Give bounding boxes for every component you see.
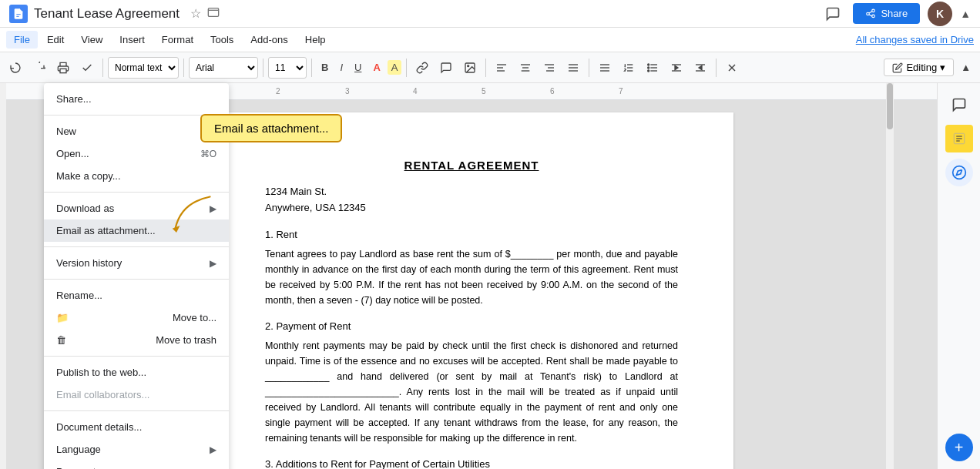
toolbar-separator-4 — [311, 59, 312, 77]
collapse-toolbar-button[interactable]: ▲ — [956, 59, 975, 76]
email-collaborators-label: Email collaborators... — [56, 389, 149, 400]
new-item-label: New — [56, 126, 76, 137]
section2-title: 2. Payment of Rent — [265, 320, 678, 332]
svg-rect-5 — [60, 69, 66, 72]
menu-file[interactable]: File — [6, 31, 38, 49]
bold-button[interactable]: B — [317, 59, 333, 76]
menu-tools[interactable]: Tools — [203, 31, 241, 49]
image-button[interactable] — [459, 59, 481, 77]
sidebar-add-button[interactable]: + — [945, 434, 973, 461]
svg-point-42 — [952, 166, 965, 179]
share-button[interactable]: Share — [853, 3, 920, 24]
undo-button[interactable] — [5, 59, 26, 77]
menu-bar: File Edit View Insert Format Tools Add-o… — [0, 28, 980, 52]
move-to-label: Move to... — [173, 312, 216, 323]
spell-check-button[interactable] — [76, 59, 98, 77]
menu-edit[interactable]: Edit — [39, 31, 72, 49]
move-trash-label: Move to trash — [156, 334, 216, 346]
doc-icon — [9, 5, 28, 23]
tooltip-arrow — [169, 191, 216, 237]
style-select[interactable]: Normal text — [108, 57, 179, 79]
menu-item-make-copy[interactable]: Make a copy... — [44, 165, 229, 187]
menu-separator-6 — [44, 410, 229, 411]
sidebar-note-icon[interactable] — [945, 125, 973, 152]
document-title: Tenant Lease Agreement — [34, 6, 180, 22]
comment-icon[interactable] — [821, 2, 845, 26]
svg-point-26 — [648, 64, 649, 65]
saved-status[interactable]: All changes saved in Drive — [856, 34, 974, 45]
toolbar-separator-2 — [183, 59, 184, 77]
menu-item-language[interactable]: Language ▶ — [44, 438, 229, 461]
menu-item-open[interactable]: Open... ⌘O — [44, 142, 229, 165]
text-color-button[interactable]: A — [368, 59, 384, 76]
menu-item-page-setup[interactable]: Page setup... — [44, 461, 229, 469]
sidebar-links-icon[interactable] — [945, 159, 973, 186]
print-button[interactable] — [52, 59, 74, 77]
menu-addons[interactable]: Add-ons — [243, 31, 295, 49]
download-as-label: Download as — [56, 203, 114, 214]
document-details-label: Document details... — [56, 421, 142, 433]
address-line2: Anywhere, USA 12345 — [265, 202, 366, 213]
align-left-button[interactable] — [491, 59, 512, 77]
scrollbar[interactable] — [886, 83, 894, 469]
menu-format[interactable]: Format — [154, 31, 201, 49]
open-shortcut: ⌘O — [200, 149, 216, 159]
menu-item-document-details[interactable]: Document details... — [44, 416, 229, 438]
align-justify-button[interactable] — [562, 59, 584, 77]
menu-insert[interactable]: Insert — [112, 31, 153, 49]
bullet-list-button[interactable] — [642, 59, 663, 77]
numbered-list-button[interactable] — [618, 59, 639, 77]
left-sidebar — [0, 83, 6, 469]
star-icon[interactable]: ☆ — [190, 6, 201, 21]
font-size-select[interactable]: 11 — [268, 57, 307, 79]
menu-item-move-trash[interactable]: 🗑 Move to trash — [44, 329, 229, 351]
menu-item-move-to[interactable]: 📁 Move to... — [44, 307, 229, 329]
menu-item-email-collaborators: Email collaborators... — [44, 384, 229, 406]
chevron-up-icon[interactable]: ▲ — [960, 8, 971, 20]
decrease-indent-button[interactable] — [666, 59, 687, 77]
svg-rect-2 — [208, 8, 218, 16]
svg-point-7 — [468, 65, 469, 66]
doc-address: 1234 Main St. Anywhere, USA 12345 — [265, 184, 678, 216]
email-attachment-label: Email as attachment... — [56, 225, 156, 236]
editing-mode-button[interactable]: Editing ▾ — [884, 59, 954, 76]
make-copy-label: Make a copy... — [56, 170, 121, 182]
section1-title: 1. Rent — [265, 229, 678, 240]
toolbar-separator-8 — [716, 59, 717, 77]
comment-inline-button[interactable] — [435, 59, 457, 77]
move-trash-icon: 🗑 — [56, 334, 66, 346]
highlight-button[interactable]: A — [388, 60, 402, 75]
share-label: Share — [881, 8, 908, 19]
open-item-label: Open... — [56, 148, 89, 159]
line-spacing-button[interactable] — [594, 59, 616, 77]
sidebar-comment-icon[interactable] — [945, 91, 973, 119]
section1-para: Tenant agrees to pay Landlord as base re… — [265, 246, 678, 308]
toolbar: Normal text Arial 11 B I U A A — [0, 52, 980, 83]
tooltip-text: Email as attachment... — [214, 122, 328, 135]
align-center-button[interactable] — [515, 59, 536, 77]
right-sidebar: + — [937, 83, 980, 469]
toolbar-separator-5 — [406, 59, 407, 77]
section2-para: Monthly rent payments may be paid by che… — [265, 338, 678, 446]
font-select[interactable]: Arial — [189, 57, 258, 79]
document-page: RENTAL AGREEMENT 1234 Main St. Anywhere,… — [210, 112, 733, 469]
menu-item-share[interactable]: Share... — [44, 88, 229, 110]
menu-item-version-history[interactable]: Version history ▶ — [44, 252, 229, 274]
increase-indent-button[interactable] — [690, 59, 711, 77]
address-line1: 1234 Main St. — [265, 186, 327, 197]
align-right-button[interactable] — [539, 59, 560, 77]
redo-button[interactable] — [29, 59, 50, 77]
folder-icon[interactable] — [207, 6, 220, 22]
italic-button[interactable]: I — [335, 59, 347, 76]
move-to-icon: 📁 — [56, 312, 69, 323]
menu-view[interactable]: View — [73, 31, 110, 49]
menu-item-rename[interactable]: Rename... — [44, 284, 229, 307]
link-button[interactable] — [411, 59, 433, 77]
underline-button[interactable]: U — [350, 59, 366, 76]
version-history-arrow: ▶ — [210, 258, 216, 269]
menu-help[interactable]: Help — [297, 31, 334, 49]
menu-item-publish-web[interactable]: Publish to the web... — [44, 361, 229, 384]
title-bar: Tenant Lease Agreement ☆ Share K ▲ — [0, 0, 980, 28]
scrollbar-thumb[interactable] — [887, 83, 893, 129]
clear-format-button[interactable] — [721, 59, 743, 77]
